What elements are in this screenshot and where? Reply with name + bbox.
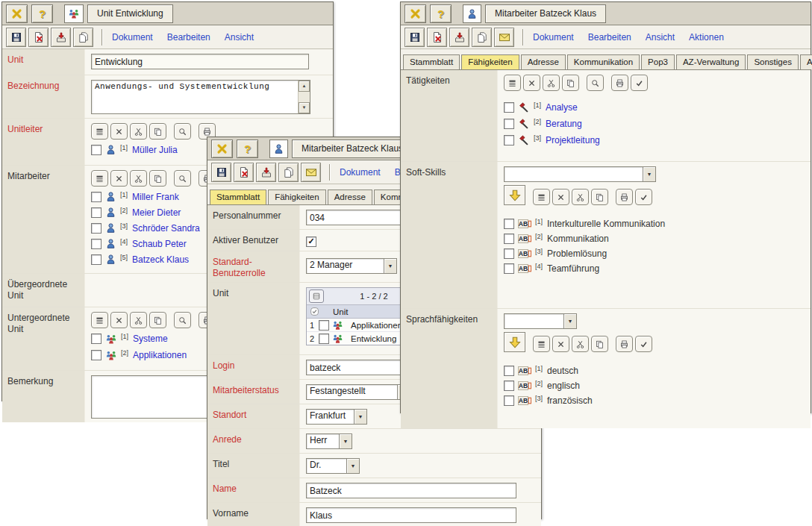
- item-checkbox[interactable]: [504, 135, 514, 145]
- mitarbeiterstatus-select[interactable]: Festangestellt▼: [306, 384, 410, 400]
- sprachfaehigkeiten-select[interactable]: ▼: [504, 313, 577, 329]
- list-button[interactable]: [504, 75, 521, 91]
- item-link[interactable]: Meier Dieter: [132, 207, 181, 218]
- menu-dokument[interactable]: Dokument: [533, 32, 574, 43]
- tab-alle[interactable]: Alle: [800, 54, 812, 69]
- chevron-down-icon[interactable]: ▼: [346, 459, 359, 473]
- import-button[interactable]: [256, 163, 276, 182]
- delete-button[interactable]: [427, 28, 447, 47]
- mail-button[interactable]: [301, 163, 321, 182]
- remove-button[interactable]: [110, 312, 128, 328]
- item-checkbox[interactable]: [91, 254, 102, 265]
- mail-button[interactable]: [494, 28, 514, 47]
- check-button[interactable]: [635, 336, 652, 352]
- tab-kommunikation[interactable]: Kommunikation: [567, 54, 640, 69]
- copy-button[interactable]: [562, 75, 579, 91]
- copy-button[interactable]: [149, 170, 166, 187]
- copy-button[interactable]: [472, 28, 492, 47]
- remove-button[interactable]: [523, 75, 540, 91]
- tab-adresse[interactable]: Adresse: [521, 54, 566, 69]
- item-link[interactable]: Batzeck Klaus: [132, 254, 189, 265]
- help-button[interactable]: ?: [430, 4, 452, 23]
- search-button[interactable]: [587, 75, 604, 91]
- search-button[interactable]: [174, 312, 191, 328]
- menu-bearbeiten[interactable]: Bearbeiten: [167, 32, 210, 43]
- item-checkbox[interactable]: [504, 395, 514, 406]
- item-label[interactable]: deutsch: [547, 366, 578, 376]
- remove-button[interactable]: [110, 170, 128, 187]
- tab-stammblatt[interactable]: Stammblatt: [403, 54, 460, 69]
- copy-button[interactable]: [591, 189, 608, 205]
- search-button[interactable]: [174, 123, 191, 140]
- row-label[interactable]: Applikationen: [346, 321, 402, 330]
- item-checkbox[interactable]: [91, 334, 102, 344]
- list-button[interactable]: [91, 123, 108, 140]
- list-button[interactable]: [91, 312, 108, 328]
- item-label[interactable]: Problemlösung: [547, 248, 607, 259]
- import-button[interactable]: [51, 28, 71, 47]
- item-checkbox[interactable]: [504, 263, 514, 274]
- tab-faehigkeiten[interactable]: Fähigkeiten: [268, 190, 325, 204]
- tab-az-verwaltung[interactable]: AZ-Verwaltung: [676, 54, 746, 69]
- tab-faehigkeiten[interactable]: Fähigkeiten: [461, 54, 519, 69]
- item-checkbox[interactable]: [504, 119, 514, 129]
- unit-input[interactable]: [91, 54, 309, 69]
- add-selected-button[interactable]: [504, 185, 525, 205]
- copy-button[interactable]: [149, 123, 166, 140]
- delete-button[interactable]: [28, 28, 49, 47]
- anrede-select[interactable]: Herr▼: [306, 433, 352, 449]
- item-link[interactable]: Schaub Peter: [132, 239, 187, 249]
- copy-button[interactable]: [149, 312, 166, 328]
- chevron-down-icon[interactable]: ▼: [384, 259, 396, 273]
- cut-button[interactable]: [130, 312, 147, 328]
- item-checkbox[interactable]: [504, 234, 514, 244]
- check-button[interactable]: [631, 75, 648, 91]
- copy-button[interactable]: [278, 163, 299, 182]
- titel-select[interactable]: Dr.▼: [306, 458, 360, 474]
- tab-sonstiges[interactable]: Sonstiges: [747, 54, 799, 69]
- scrollbar[interactable]: ▲ ▼: [298, 81, 310, 113]
- soft-skills-select[interactable]: ▼: [504, 166, 656, 182]
- print-button[interactable]: [616, 189, 633, 205]
- menu-dokument[interactable]: Dokument: [112, 32, 153, 43]
- name-input[interactable]: [306, 483, 516, 498]
- item-link[interactable]: Systeme: [133, 334, 168, 344]
- item-checkbox[interactable]: [504, 248, 514, 259]
- print-button[interactable]: [616, 336, 633, 352]
- close-button[interactable]: [211, 140, 233, 158]
- save-button[interactable]: [6, 28, 26, 47]
- item-link[interactable]: Beratung: [546, 119, 582, 129]
- cut-button[interactable]: [572, 189, 589, 205]
- copy-button[interactable]: [591, 336, 608, 352]
- item-link[interactable]: Analyse: [546, 102, 578, 113]
- chevron-down-icon[interactable]: ▼: [354, 410, 366, 424]
- tab-adresse[interactable]: Adresse: [328, 190, 372, 204]
- item-label[interactable]: englisch: [547, 381, 580, 391]
- list-button[interactable]: [91, 170, 108, 187]
- item-link[interactable]: Applikationen: [133, 350, 187, 360]
- menu-dokument[interactable]: Dokument: [340, 167, 381, 178]
- cut-button[interactable]: [130, 123, 147, 140]
- scroll-down-icon[interactable]: ▼: [299, 102, 310, 113]
- row-checkbox[interactable]: [319, 334, 329, 344]
- vorname-input[interactable]: [306, 507, 516, 523]
- menu-aktionen[interactable]: Aktionen: [689, 32, 724, 43]
- item-link[interactable]: Müller Julia: [132, 145, 178, 155]
- close-button[interactable]: [6, 4, 28, 23]
- table-list-button[interactable]: [309, 289, 324, 303]
- bezeichnung-textarea[interactable]: Anwendungs- und Systementwicklung ▲ ▼: [91, 80, 310, 114]
- menu-ansicht[interactable]: Ansicht: [646, 32, 675, 43]
- benutzerrolle-select[interactable]: 2 Manager▼: [306, 258, 397, 274]
- copy-button[interactable]: [73, 28, 93, 47]
- item-checkbox[interactable]: [91, 350, 102, 360]
- check-button[interactable]: [635, 189, 652, 205]
- chevron-down-icon[interactable]: ▼: [339, 434, 352, 448]
- list-button[interactable]: [533, 189, 550, 205]
- item-checkbox[interactable]: [504, 102, 514, 113]
- list-button[interactable]: [533, 336, 550, 352]
- print-button[interactable]: [611, 75, 628, 91]
- menu-bearbeiten[interactable]: Bearbeiten: [588, 32, 631, 43]
- item-checkbox[interactable]: [504, 219, 514, 229]
- item-link[interactable]: Schröder Sandra: [132, 223, 200, 234]
- menu-ansicht[interactable]: Ansicht: [225, 32, 254, 43]
